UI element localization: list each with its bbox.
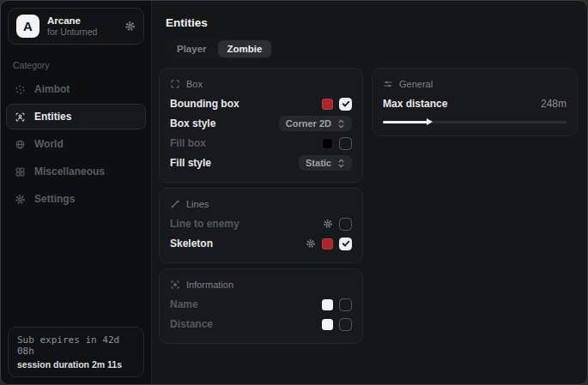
setting-row-fill-style: Fill style Static (170, 153, 352, 172)
setting-row-fill-box: Fill box (170, 134, 352, 153)
sidebar-item-label: Settings (34, 193, 75, 205)
sidebar-item-world[interactable]: World (6, 131, 146, 157)
tab-zombie[interactable]: Zombie (218, 40, 272, 57)
sliders-icon (383, 79, 393, 89)
bounding-box-checkbox[interactable] (339, 98, 352, 111)
slider-thumb[interactable] (427, 118, 433, 125)
crosshair-icon (15, 84, 26, 95)
max-distance-value: 248m (541, 98, 567, 110)
fill-style-dropdown[interactable]: Static (299, 155, 352, 171)
gear-icon[interactable] (323, 219, 333, 229)
entities-scan-icon (15, 111, 26, 123)
color-swatch[interactable] (322, 319, 333, 330)
gear-icon[interactable] (124, 21, 136, 32)
setting-row-skeleton: Skeleton (170, 234, 352, 253)
chevron-updown-icon (337, 159, 345, 168)
fill-box-checkbox[interactable] (339, 137, 352, 150)
dropdown-value: Static (306, 158, 331, 168)
sidebar-nav: Aimbot Entities World (1, 75, 151, 213)
tab-bar: Player Zombie (166, 39, 273, 59)
check-icon (342, 99, 350, 108)
sidebar: A Arcane for Unturned Category (1, 1, 152, 384)
subscription-card: Sub expires in 42d 08h session duration … (8, 327, 144, 377)
subscription-expiry: Sub expires in 42d 08h (17, 334, 135, 357)
color-swatch[interactable] (322, 99, 333, 110)
slider-fill (383, 121, 428, 123)
diagonal-line-icon (170, 199, 180, 209)
card-title: Box (186, 79, 203, 89)
setting-row-name: Name (170, 295, 352, 314)
box-card: Box Bounding box Box style Cor (159, 68, 363, 183)
setting-row-box-style: Box style Corner 2D (170, 114, 352, 133)
check-icon (342, 239, 350, 248)
general-card-header: General (383, 77, 567, 91)
globe-icon (15, 139, 26, 150)
sidebar-item-settings[interactable]: Settings (6, 186, 146, 212)
app-window: A Arcane for Unturned Category (0, 0, 588, 385)
skeleton-checkbox[interactable] (339, 238, 352, 250)
information-card-header: Information (170, 278, 352, 292)
chevron-updown-icon (337, 119, 345, 129)
lines-card: Lines Line to enemy Skeleton (159, 188, 363, 263)
grid-icon (15, 166, 26, 177)
sidebar-item-label: Aimbot (34, 83, 70, 95)
general-card: General Max distance 248m (372, 68, 578, 136)
card-title: General (399, 79, 433, 89)
setting-row-bounding-box: Bounding box (170, 94, 352, 113)
card-title: Information (186, 280, 233, 290)
brand-card: A Arcane for Unturned (8, 8, 144, 45)
box-corners-icon (170, 79, 180, 89)
sidebar-item-entities[interactable]: Entities (6, 104, 146, 129)
distance-checkbox[interactable] (339, 318, 352, 331)
sidebar-item-label: Entities (34, 111, 71, 123)
category-label: Category (13, 60, 139, 70)
gear-icon (15, 194, 26, 205)
right-column: General Max distance 248m (372, 68, 578, 136)
max-distance-slider[interactable] (383, 117, 567, 126)
brand-text: Arcane for Unturned (47, 15, 97, 37)
session-duration: session duration 2m 11s (17, 359, 135, 370)
setting-row-line-to-enemy: Line to enemy (170, 214, 352, 233)
box-card-header: Box (170, 77, 352, 91)
color-swatch[interactable] (322, 238, 333, 250)
information-icon (170, 280, 180, 290)
setting-row-max-distance: Max distance 248m (383, 94, 567, 113)
tab-player[interactable]: Player (167, 40, 216, 57)
app-title: Arcane (47, 15, 97, 26)
setting-row-distance: Distance (170, 315, 352, 334)
app-logo: A (16, 15, 39, 38)
sidebar-item-label: Miscellaneous (34, 165, 105, 177)
sidebar-item-aimbot[interactable]: Aimbot (6, 76, 146, 102)
app-subtitle: for Unturned (47, 27, 97, 37)
sidebar-item-miscellaneous[interactable]: Miscellaneous (6, 159, 146, 184)
box-style-dropdown[interactable]: Corner 2D (279, 116, 352, 131)
card-title: Lines (186, 199, 209, 209)
main-panel: Entities Player Zombie Box Boun (152, 1, 587, 384)
lines-card-header: Lines (170, 197, 352, 211)
color-swatch[interactable] (322, 299, 333, 310)
dropdown-value: Corner 2D (286, 118, 331, 129)
name-checkbox[interactable] (339, 298, 352, 311)
color-swatch[interactable] (322, 138, 333, 149)
left-column: Box Bounding box Box style Cor (159, 68, 363, 344)
sidebar-item-label: World (34, 138, 64, 150)
line-to-enemy-checkbox[interactable] (339, 218, 352, 231)
page-title: Entities (166, 16, 208, 29)
information-card: Information Name Distance (159, 268, 363, 344)
gear-icon[interactable] (306, 238, 316, 249)
